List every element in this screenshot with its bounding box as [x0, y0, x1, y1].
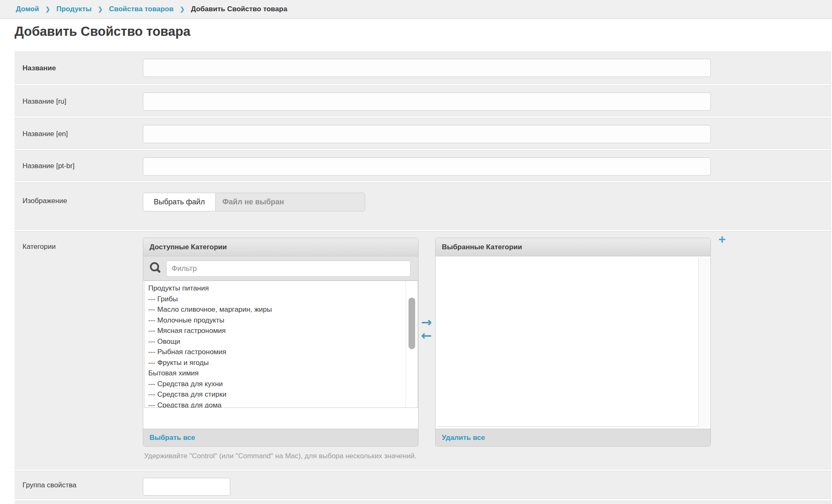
category-option[interactable]: --- Овощи — [148, 336, 418, 347]
property-group-widget — [143, 478, 230, 496]
form-row-name-en: Название [en] — [15, 118, 831, 149]
search-icon — [150, 262, 159, 271]
chevron-right-icon: ❯ — [45, 6, 50, 12]
available-categories-title: Доступные Категории — [143, 238, 418, 256]
category-option[interactable]: --- Средства для кухни — [148, 379, 418, 390]
category-option[interactable]: Бытовая химия — [148, 368, 418, 379]
next-form-row-sliver — [15, 501, 831, 504]
move-left-arrow[interactable]: ← — [418, 329, 435, 342]
name-input[interactable] — [143, 59, 711, 77]
available-categories-list[interactable]: Продукты питания --- Грибы --- Масло сли… — [144, 281, 418, 408]
selected-categories-panel: Выбранные Категории Удалить все — [435, 238, 711, 447]
form-row-name-ru: Название [ru] — [15, 85, 831, 117]
available-categories-panel: Доступные Категории Продукты питания ---… — [143, 238, 418, 447]
scrollbar-track — [698, 258, 710, 427]
selected-footer: Удалить все — [436, 429, 710, 446]
image-label: Изображение — [22, 197, 67, 205]
breadcrumb-link-product-properties[interactable]: Свойства товаров — [109, 5, 174, 13]
add-product-property-page: Домой ❯ Продукты ❯ Свойства товаров ❯ До… — [0, 0, 832, 504]
selected-categories-list[interactable] — [437, 258, 710, 427]
available-footer: Выбрать все — [143, 429, 418, 446]
selected-categories-title: Выбранные Категории — [436, 238, 710, 256]
breadcrumb: Домой ❯ Продукты ❯ Свойства товаров ❯ До… — [0, 0, 832, 19]
move-right-arrow[interactable]: → — [418, 316, 435, 328]
remove-all-link[interactable]: Удалить все — [442, 434, 485, 442]
name-label: Название — [22, 64, 56, 72]
form-row-name-ptbr: Название [pt-br] — [15, 150, 831, 181]
file-status-text: Файл не выбран — [216, 193, 365, 211]
name-ptbr-input[interactable] — [143, 157, 711, 176]
property-group-label: Группа свойства — [22, 481, 76, 489]
form-row-categories: Категории Доступные Категории Продукты п… — [15, 231, 831, 469]
name-ru-label: Название [ru] — [22, 97, 66, 106]
name-en-input[interactable] — [143, 125, 711, 143]
categories-label: Категории — [22, 243, 56, 251]
form-row-image: Изображение Выбрать файл Файл не выбран — [15, 182, 831, 230]
property-group-input[interactable] — [143, 478, 230, 495]
category-option[interactable]: --- Фрукты и ягоды — [148, 358, 418, 368]
select-all-link[interactable]: Выбрать все — [149, 434, 195, 442]
name-ru-input[interactable] — [143, 92, 711, 111]
scrollbar-track[interactable] — [406, 281, 418, 407]
category-option[interactable]: --- Рыбная гастрономия — [148, 347, 418, 358]
choose-file-button[interactable]: Выбрать файл — [143, 193, 216, 211]
category-filter-input[interactable] — [166, 261, 411, 277]
category-option[interactable]: --- Масло сливочное, маргарин, жиры — [148, 304, 418, 315]
category-option[interactable]: --- Средства для дома — [148, 400, 418, 408]
image-file-input[interactable]: Выбрать файл Файл не выбран — [143, 193, 365, 211]
breadcrumb-link-home[interactable]: Домой — [16, 5, 39, 13]
chevron-right-icon: ❯ — [98, 6, 103, 12]
multiselect-hint: Удерживайте "Control" (или "Command" на … — [144, 452, 416, 460]
breadcrumb-current: Добавить Свойство товара — [191, 5, 287, 13]
category-options: Продукты питания --- Грибы --- Масло сли… — [144, 281, 418, 408]
category-option[interactable]: --- Молочные продукты — [148, 315, 418, 326]
category-option[interactable]: --- Грибы — [148, 294, 418, 305]
category-option[interactable]: Продукты питания — [148, 283, 418, 294]
page-title: Добавить Свойство товара — [15, 24, 190, 39]
add-category-icon[interactable]: + — [714, 233, 730, 246]
category-option[interactable]: --- Мясная гастрономия — [148, 325, 418, 336]
chevron-right-icon: ❯ — [180, 6, 185, 12]
name-ptbr-label: Название [pt-br] — [22, 162, 75, 170]
breadcrumb-link-products[interactable]: Продукты — [56, 5, 92, 13]
name-en-label: Название [en] — [22, 130, 68, 138]
scrollbar-thumb[interactable] — [409, 298, 415, 349]
filter-zone — [143, 256, 418, 281]
category-option[interactable]: --- Средства для стирки — [148, 389, 418, 400]
form-row-property-group: Группа свойства — [15, 471, 831, 499]
form-row-name: Название — [15, 52, 831, 84]
